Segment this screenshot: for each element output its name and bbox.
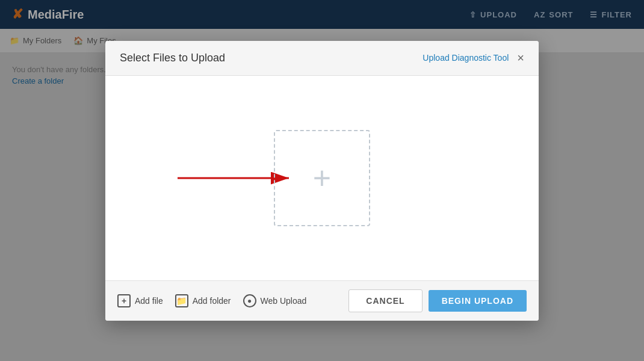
close-button[interactable]: × xyxy=(517,52,524,64)
globe-icon: ● xyxy=(243,294,256,307)
cancel-button[interactable]: CANCEL xyxy=(348,289,422,312)
modal-title: Select Files to Upload xyxy=(120,52,225,64)
begin-upload-button[interactable]: BEGIN UPLOAD xyxy=(429,290,527,312)
modal-header: Select Files to Upload Upload Diagnostic… xyxy=(105,41,539,76)
modal-overlay: Select Files to Upload Upload Diagnostic… xyxy=(0,0,644,361)
add-folder-label: Add folder xyxy=(193,296,231,306)
modal-header-right: Upload Diagnostic Tool × xyxy=(423,52,524,64)
upload-modal: Select Files to Upload Upload Diagnostic… xyxy=(105,41,539,321)
web-upload-label: Web Upload xyxy=(261,296,307,306)
add-folder-icon: 📁 xyxy=(175,294,188,307)
footer-left-actions: + Add file 📁 Add folder ● Web Upload xyxy=(117,294,306,307)
add-file-action[interactable]: + Add file xyxy=(117,294,163,307)
add-folder-action[interactable]: 📁 Add folder xyxy=(175,294,231,307)
file-drop-zone[interactable]: + xyxy=(274,130,370,226)
drop-zone-plus-icon: + xyxy=(313,162,331,194)
modal-footer: + Add file 📁 Add folder ● Web Upload CAN… xyxy=(105,280,539,321)
footer-right-actions: CANCEL BEGIN UPLOAD xyxy=(348,289,527,312)
add-file-icon: + xyxy=(117,294,131,307)
modal-body: + xyxy=(105,76,539,280)
add-file-label: Add file xyxy=(135,296,163,306)
diagnostic-tool-link[interactable]: Upload Diagnostic Tool xyxy=(423,53,509,63)
web-upload-action[interactable]: ● Web Upload xyxy=(243,294,307,307)
